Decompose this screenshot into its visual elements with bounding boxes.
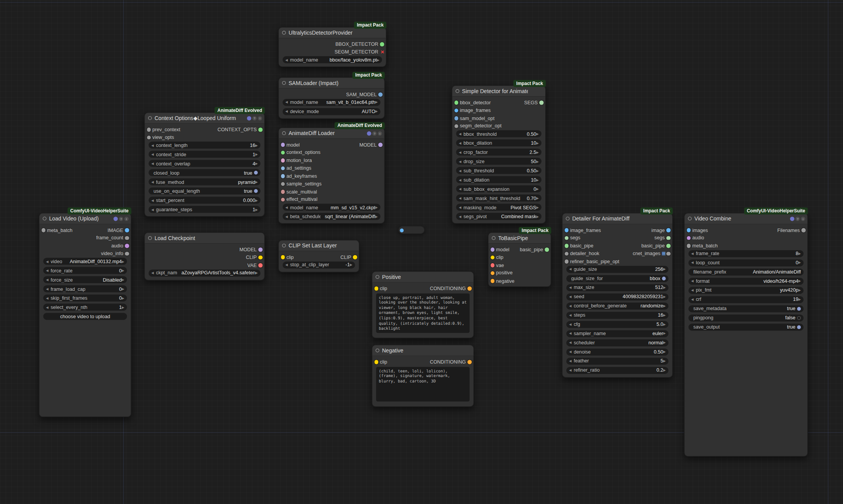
widget-use-on-equal-length[interactable]: use_on_equal_lengthtrue bbox=[149, 187, 260, 194]
widget-context-length[interactable]: ◀context_length16▶ bbox=[149, 142, 260, 149]
widget-refiner-ratio[interactable]: ◀refiner_ratio0.2▶ bbox=[566, 367, 668, 374]
input-slot[interactable] bbox=[454, 101, 458, 105]
decrement-arrow-icon[interactable]: ◀ bbox=[285, 215, 288, 218]
node-negative[interactable]: NegativeclipCONDITIONING(child, teen, lo… bbox=[372, 345, 474, 407]
decrement-arrow-icon[interactable]: ◀ bbox=[569, 369, 571, 372]
decrement-arrow-icon[interactable]: ◀ bbox=[691, 298, 693, 301]
node-titlebar[interactable]: Load Checkpoint bbox=[145, 233, 264, 244]
decrement-arrow-icon[interactable]: ◀ bbox=[691, 252, 693, 255]
input-slot[interactable] bbox=[281, 151, 285, 155]
input-slot[interactable] bbox=[41, 228, 45, 232]
increment-arrow-icon[interactable]: ▶ bbox=[536, 187, 539, 190]
input-slot[interactable] bbox=[281, 198, 285, 202]
increment-arrow-icon[interactable]: ▶ bbox=[375, 100, 377, 103]
input-slot[interactable] bbox=[491, 263, 495, 267]
decrement-arrow-icon[interactable]: ◀ bbox=[569, 286, 571, 289]
input-slot[interactable] bbox=[491, 255, 495, 260]
widget-pingpong[interactable]: pingpongfalse bbox=[688, 314, 803, 321]
increment-arrow-icon[interactable]: ▶ bbox=[663, 350, 666, 353]
increment-arrow-icon[interactable]: ▶ bbox=[536, 141, 539, 144]
decrement-arrow-icon[interactable]: ◀ bbox=[459, 169, 461, 172]
increment-arrow-icon[interactable]: ▶ bbox=[663, 341, 666, 344]
decrement-arrow-icon[interactable]: ◀ bbox=[459, 187, 461, 190]
collapse-dot[interactable] bbox=[148, 116, 152, 120]
input-slot[interactable] bbox=[374, 360, 379, 364]
decrement-arrow-icon[interactable]: ◀ bbox=[459, 141, 461, 144]
collapse-dot[interactable] bbox=[688, 217, 692, 220]
increment-arrow-icon[interactable]: ▶ bbox=[122, 260, 124, 263]
collapse-dot[interactable] bbox=[282, 131, 286, 135]
decrement-arrow-icon[interactable]: ◀ bbox=[569, 295, 571, 298]
node-samloader[interactable]: SAMLoader (Impact)SAM_MODEL◀model_namesa… bbox=[278, 77, 385, 119]
input-slot[interactable] bbox=[686, 228, 691, 232]
increment-arrow-icon[interactable]: ▶ bbox=[255, 271, 257, 274]
input-slot[interactable] bbox=[454, 116, 458, 120]
decrement-arrow-icon[interactable]: ◀ bbox=[285, 205, 288, 209]
widget-sam-mask-hint-threshold[interactable]: ◀sam_mask_hint_threshold0.70▶ bbox=[456, 195, 541, 202]
decrement-arrow-icon[interactable]: ◀ bbox=[151, 208, 154, 211]
decrement-arrow-icon[interactable]: ◀ bbox=[151, 199, 154, 202]
increment-arrow-icon[interactable]: ▶ bbox=[798, 298, 801, 301]
decrement-arrow-icon[interactable]: ◀ bbox=[569, 267, 571, 270]
widget-save-output[interactable]: save_outputtrue bbox=[688, 324, 803, 330]
node-ultralytics[interactable]: UltralyticsDetectorProviderBBOX_DETECTOR… bbox=[278, 27, 386, 67]
widget-denoise[interactable]: ◀denoise0.50▶ bbox=[566, 348, 668, 355]
decrement-arrow-icon[interactable]: ◀ bbox=[459, 160, 461, 163]
increment-arrow-icon[interactable]: ▶ bbox=[536, 197, 539, 200]
output-slot[interactable] bbox=[666, 252, 671, 256]
collapse-dot[interactable] bbox=[492, 236, 496, 240]
widget-loop-count[interactable]: ◀loop_count0▶ bbox=[688, 259, 803, 266]
decrement-arrow-icon[interactable]: ◀ bbox=[569, 314, 571, 317]
input-slot[interactable] bbox=[564, 228, 569, 232]
node-titlebar[interactable]: SAMLoader (Impact) bbox=[279, 78, 384, 88]
widget-max-size[interactable]: ◀max_size512▶ bbox=[566, 284, 668, 291]
increment-arrow-icon[interactable]: ▶ bbox=[798, 252, 801, 255]
input-slot[interactable] bbox=[374, 287, 379, 291]
prompt-textarea[interactable]: (child, teen, loli, lolicon), (frame), s… bbox=[376, 367, 470, 401]
widget-guide-size-for[interactable]: guide_size_forbbox bbox=[566, 275, 668, 282]
output-slot[interactable] bbox=[258, 255, 262, 260]
increment-arrow-icon[interactable]: ▶ bbox=[536, 132, 539, 135]
decrement-arrow-icon[interactable]: ◀ bbox=[691, 261, 693, 264]
decrement-arrow-icon[interactable]: ◀ bbox=[151, 271, 154, 274]
collapse-dot[interactable] bbox=[376, 275, 379, 279]
widget-cfg[interactable]: ◀cfg5.0▶ bbox=[566, 321, 668, 328]
decrement-arrow-icon[interactable]: ◀ bbox=[691, 289, 693, 292]
input-slot[interactable] bbox=[491, 271, 495, 275]
node-loadvideo[interactable]: Load Video (Upload)?imeta_batchIMAGEfram… bbox=[39, 213, 131, 417]
decrement-arrow-icon[interactable]: ◀ bbox=[459, 215, 461, 218]
widget-sampler-name[interactable]: ◀sampler_nameeuler▶ bbox=[566, 330, 668, 337]
widget-device-mode[interactable]: ◀device_modeAUTO▶ bbox=[283, 108, 381, 115]
prompt-textarea[interactable]: close up, portrait, adult woman, looking… bbox=[376, 293, 470, 333]
widget-closed-loop[interactable]: closed_looptrue bbox=[149, 169, 260, 176]
node-detailer[interactable]: Detailer For AnimateDiffimage_framesimag… bbox=[562, 213, 673, 377]
increment-arrow-icon[interactable]: ▶ bbox=[255, 144, 257, 147]
node-titlebar[interactable]: ToBasicPipe bbox=[489, 233, 551, 244]
decrement-arrow-icon[interactable]: ◀ bbox=[459, 132, 461, 135]
widget-feather[interactable]: ◀feather5▶ bbox=[566, 357, 668, 364]
collapse-dot[interactable] bbox=[43, 217, 47, 220]
widget-frame-rate[interactable]: ◀frame_rate8▶ bbox=[688, 250, 803, 257]
output-slot[interactable] bbox=[467, 360, 472, 364]
input-slot[interactable] bbox=[454, 124, 458, 129]
decrement-arrow-icon[interactable]: ◀ bbox=[46, 287, 48, 290]
input-slot[interactable] bbox=[147, 135, 151, 140]
input-slot[interactable] bbox=[491, 248, 495, 252]
increment-arrow-icon[interactable]: ▶ bbox=[798, 261, 801, 264]
increment-arrow-icon[interactable]: ▶ bbox=[377, 58, 379, 61]
output-slot[interactable] bbox=[539, 101, 544, 105]
decrement-arrow-icon[interactable]: ◀ bbox=[569, 304, 571, 307]
increment-arrow-icon[interactable]: ▶ bbox=[536, 178, 539, 181]
increment-arrow-icon[interactable]: ▶ bbox=[350, 263, 352, 266]
input-slot[interactable] bbox=[686, 236, 691, 240]
increment-arrow-icon[interactable]: ▶ bbox=[122, 305, 124, 309]
input-slot[interactable] bbox=[281, 174, 285, 179]
widget-bbox-dilation[interactable]: ◀bbox_dilation10▶ bbox=[456, 139, 541, 146]
output-slot[interactable] bbox=[125, 236, 129, 240]
widget-model-name[interactable]: ◀model_namemm_sd_v15_v2.ckpt▶ bbox=[283, 204, 381, 210]
decrement-arrow-icon[interactable]: ◀ bbox=[459, 205, 461, 209]
widget-context-stride[interactable]: ◀context_stride1▶ bbox=[149, 151, 260, 158]
input-slot[interactable] bbox=[281, 159, 285, 163]
widget-pix-fmt[interactable]: ◀pix_fmtyuv420p▶ bbox=[688, 287, 803, 294]
node-titlebar[interactable]: Load Video (Upload)?i bbox=[40, 214, 131, 224]
